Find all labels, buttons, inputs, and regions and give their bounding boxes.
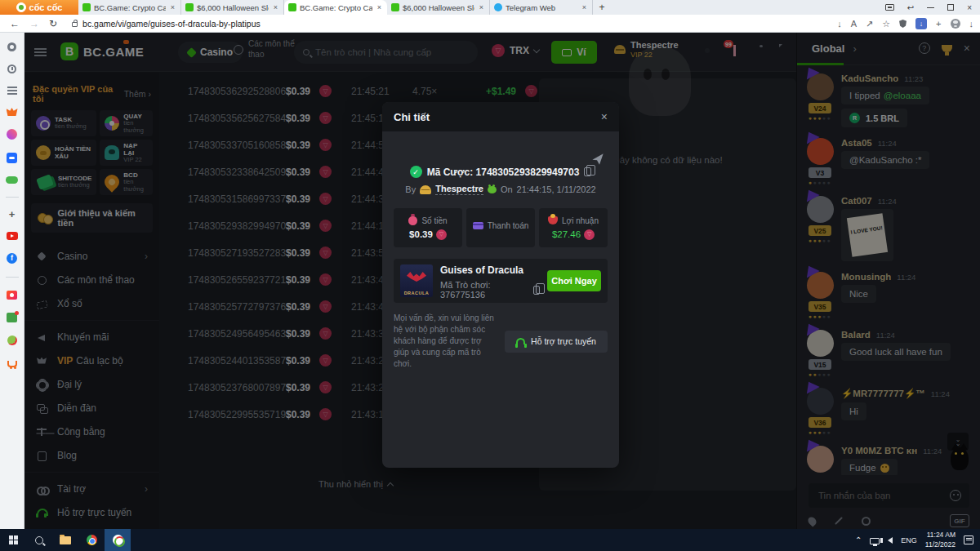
headphones-icon	[516, 338, 525, 344]
browser-tab[interactable]: $6,000 Halloween Slot Battle ×	[181, 0, 284, 15]
tab-close-icon[interactable]: ×	[376, 3, 383, 11]
close-window-button[interactable]: ×	[967, 3, 972, 12]
modal-close-icon[interactable]: ×	[601, 112, 608, 122]
lock-icon	[72, 22, 78, 27]
url-text: bc.game/vi/game/guises-of-dracula-by-pla…	[82, 19, 261, 29]
coccoc-logo-icon	[16, 2, 26, 12]
screen: cốc cốc BC.Game: Crypto Casino Gam × $6,…	[0, 0, 980, 551]
play-now-button[interactable]: Chơi Ngay	[547, 270, 601, 291]
address-bar: ← → ↻ bc.game/vi/game/guises-of-dracula-…	[0, 15, 980, 33]
tab-close-icon[interactable]: ×	[478, 3, 485, 11]
translate-icon[interactable]: A	[851, 19, 857, 29]
verified-check-icon: ✓	[410, 166, 422, 178]
back-icon[interactable]: ←	[10, 18, 20, 29]
tab-favicon	[494, 3, 502, 11]
stat-icon	[548, 216, 558, 224]
sidebar-icon[interactable]	[6, 176, 18, 184]
forward-icon[interactable]: →	[29, 18, 39, 29]
taskbar-clock[interactable]: 11:24 AM 11/2/2022	[925, 531, 956, 549]
tab-title: $6,000 Halloween Slot Battle	[403, 3, 474, 12]
bookmark-star-icon[interactable]: ☆	[882, 19, 890, 29]
sidebar-icon[interactable]	[6, 277, 19, 278]
snapshot-icon[interactable]	[885, 4, 894, 11]
tab-close-icon[interactable]: ×	[169, 3, 176, 11]
sidebar-icon[interactable]	[6, 197, 19, 198]
brand-label: cốc cốc	[29, 2, 63, 12]
language-indicator[interactable]: ENG	[901, 536, 917, 544]
downloads-tray-icon[interactable]: ↓	[969, 19, 974, 29]
window-controls: ↩ ×	[885, 0, 980, 15]
bettor-username[interactable]: Thespectre	[435, 184, 483, 195]
volume-icon[interactable]	[888, 537, 893, 544]
browser-tab[interactable]: Telegram Web ×	[490, 0, 593, 15]
windows-taskbar: ⌃ ENG 11:24 AM 11/2/2022	[0, 529, 980, 551]
bat-icon	[407, 272, 426, 282]
browser-tab[interactable]: BC.Game: Crypto Casino Gam ×	[78, 0, 181, 15]
coccoc-brand-button[interactable]: cốc cốc	[0, 0, 78, 15]
tab-favicon	[185, 3, 194, 11]
sidebar-icon[interactable]	[7, 64, 16, 73]
copy-icon[interactable]	[584, 167, 591, 176]
tab-title: BC.Game: Crypto Casino Gam	[94, 3, 166, 12]
bet-by-line: By Thespectre On 21:44:15, 1/11/2022	[382, 184, 619, 195]
taskbar-time: 11:24 AM	[927, 531, 956, 539]
sidebar-icon[interactable]	[7, 313, 17, 322]
frog-emoji-icon	[488, 186, 497, 193]
profile-avatar-icon[interactable]	[951, 19, 960, 29]
coccoc-taskbar-icon[interactable]	[105, 529, 131, 551]
sidebar-icon[interactable]	[7, 291, 17, 300]
download-manager-icon[interactable]: ↓	[915, 18, 927, 29]
start-button[interactable]	[0, 529, 26, 551]
sidebar-icon[interactable]	[7, 129, 17, 140]
session-restore-icon[interactable]: ↩	[907, 3, 914, 12]
browser-tab[interactable]: $6,000 Halloween Slot Battle ×	[387, 0, 490, 15]
extensions-icon[interactable]: +	[936, 19, 941, 29]
stat-value: $0.39	[409, 229, 433, 239]
sidebar-icon[interactable]	[7, 361, 17, 367]
sidebar-icon[interactable]	[7, 253, 17, 264]
chrome-icon[interactable]	[78, 529, 105, 551]
save-page-icon[interactable]: ↓	[837, 19, 842, 29]
network-icon[interactable]	[870, 538, 880, 544]
new-tab-button[interactable]: +	[593, 0, 611, 15]
sidebar-icon[interactable]: +	[9, 211, 16, 219]
bet-datetime: 21:44:15, 1/11/2022	[517, 184, 596, 194]
stat-box: Số tiền $0.39	[394, 208, 462, 247]
tab-title: $6,000 Halloween Slot Battle	[197, 3, 269, 12]
game-id: 376775136	[440, 290, 485, 300]
bet-detail-modal: Chi tiết × ✓ Mã Cược: 174830529382994970…	[382, 102, 619, 468]
url-field[interactable]: bc.game/vi/game/guises-of-dracula-by-pla…	[65, 16, 784, 30]
modal-bet-id: 1748305293829949703	[476, 167, 580, 178]
adblock-shield-icon[interactable]	[899, 20, 906, 28]
tabs: BC.Game: Crypto Casino Gam × $6,000 Hall…	[78, 0, 593, 15]
bcgame-page: B BC.GAME Casino Các môn thể thao Tên tr…	[24, 33, 980, 529]
minimize-button[interactable]	[927, 7, 934, 8]
bet-id-line: ✓ Mã Cược: 1748305293829949703	[382, 166, 619, 178]
copy-icon[interactable]	[533, 286, 540, 295]
sidebar-icon[interactable]	[7, 108, 18, 116]
sidebar-icon[interactable]	[7, 87, 17, 95]
tab-favicon	[82, 3, 91, 11]
sidebar-icon[interactable]	[7, 335, 17, 345]
maximize-button[interactable]	[947, 4, 954, 11]
reload-icon[interactable]: ↻	[49, 18, 57, 29]
coccoc-sidebar: +	[0, 33, 24, 529]
sidebar-icon[interactable]	[7, 232, 18, 240]
hidden-icons-caret[interactable]: ⌃	[855, 535, 862, 544]
stat-value: $27.46	[552, 229, 581, 239]
taskbar-search-icon[interactable]	[26, 529, 52, 551]
tab-close-icon[interactable]: ×	[272, 3, 279, 11]
share-icon[interactable]: ↗	[866, 19, 873, 29]
sidebar-icon[interactable]	[7, 42, 16, 51]
action-center-icon[interactable]	[964, 535, 973, 544]
game-info-box: DRACULA Guises of Dracula Mã Trò chơi: 3…	[394, 259, 608, 303]
live-support-button[interactable]: Hỗ trợ trực tuyến	[505, 331, 608, 353]
browser-tab[interactable]: BC.Game: Crypto Casino Gam ×	[284, 0, 387, 15]
stat-icon	[473, 222, 483, 229]
tab-close-icon[interactable]: ×	[581, 3, 588, 11]
sidebar-icon[interactable]	[7, 153, 17, 163]
game-thumbnail[interactable]: DRACULA	[400, 264, 433, 297]
file-explorer-icon[interactable]	[52, 529, 78, 551]
trx-coin-icon	[584, 229, 595, 240]
support-text: Mọi vấn đề, xin vui lòng liên hệ với bộ …	[394, 313, 497, 370]
